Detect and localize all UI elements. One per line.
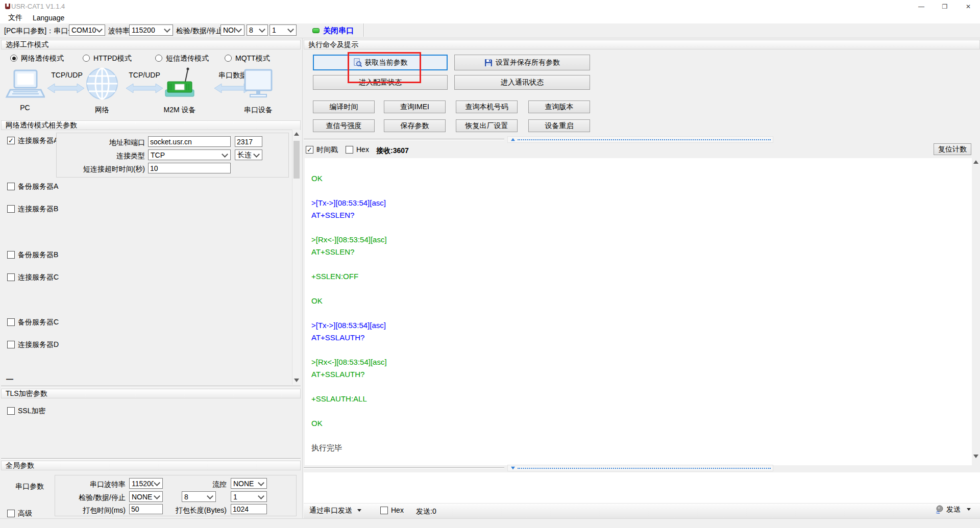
get-params-button[interactable]: 获取当前参数	[313, 55, 448, 70]
log-output[interactable]: OK >[Tx->][08:53:54][asc]AT+SSLEN? >[Rx<…	[305, 158, 972, 465]
scroll-down-icon[interactable]	[973, 455, 978, 458]
chevron-down-icon	[357, 509, 361, 512]
cmd-button-query-number[interactable]: 查询本机号码	[456, 100, 518, 113]
splitter-up-icon[interactable]	[511, 138, 515, 141]
com-port-select[interactable]: COM10	[69, 24, 105, 36]
exec-header: 执行命令及提示	[304, 40, 980, 49]
cmd-button-factory-reset[interactable]: 恢复出厂设置	[456, 119, 518, 132]
cb-advanced[interactable]: 高级	[7, 509, 32, 518]
radio-net-mode[interactable]: 网络透传模式	[10, 54, 64, 63]
scroll-down-icon[interactable]	[294, 379, 299, 382]
timeout-input[interactable]	[148, 163, 231, 173]
cb-connect-server-a[interactable]: 连接服务器A	[7, 136, 58, 145]
baud-label: 波特率	[108, 26, 130, 35]
enter-comm-button[interactable]: 进入通讯状态	[454, 75, 590, 90]
conn-type-select[interactable]: TCP	[148, 149, 231, 160]
flow-label: 流控	[199, 480, 227, 489]
chevron-down-icon	[967, 508, 971, 511]
minimize-button[interactable]: —	[910, 0, 933, 13]
cb-connect-server-c[interactable]: 连接服务器C	[7, 272, 59, 282]
databits-select[interactable]: 8	[247, 24, 268, 36]
cb-timestamp[interactable]: 时间戳	[306, 145, 338, 154]
close-port-button[interactable]: 关闭串口	[312, 24, 354, 37]
reset-counter-button[interactable]: 复位计数	[934, 143, 971, 155]
send-input-area[interactable]	[304, 472, 980, 503]
pc-icon	[5, 69, 45, 101]
cb-backup-server-a[interactable]: 备份服务器A	[7, 182, 58, 191]
maximize-button[interactable]: ❐	[933, 0, 957, 13]
addr-label: 地址和端口	[60, 138, 145, 147]
splitter-dots	[518, 468, 771, 469]
radio-httpd-mode[interactable]: HTTPD模式	[83, 54, 132, 63]
cb-recv-hex[interactable]: Hex	[346, 145, 369, 154]
net-params-header: 网络透传模式相关参数	[1, 120, 301, 130]
packlen-label: 打包长度(Bytes)	[168, 506, 227, 515]
log-line: AT+SSLAUTH?	[311, 332, 972, 344]
server-b-label: 连接服务器B	[18, 204, 58, 213]
recv-counter: 接收:3607	[376, 146, 409, 155]
log-line: >[Tx->][08:53:54][asc]	[311, 319, 972, 332]
g-databits-select[interactable]: 8	[182, 491, 216, 502]
send-bar	[304, 503, 980, 518]
splitter-down-icon[interactable]	[511, 467, 515, 470]
parity-select[interactable]: NONI	[220, 24, 244, 36]
cb-ssl[interactable]: SSL加密	[7, 406, 45, 415]
window-title: USR-CAT1 V1.1.4	[11, 3, 65, 10]
radio-mqtt-label: MQTT模式	[235, 54, 270, 63]
title-bar: USR-CAT1 V1.1.4 — ❐ ✕	[0, 0, 980, 12]
baud-select[interactable]: 115200	[129, 24, 173, 36]
scroll-up-icon[interactable]	[973, 160, 978, 164]
scroll-up-icon[interactable]	[294, 132, 299, 136]
cmd-button-compile-time[interactable]: 编译时间	[313, 100, 375, 113]
port-open-led-icon	[312, 28, 320, 33]
send-button[interactable]: 发送	[935, 505, 971, 514]
status-bar	[0, 518, 980, 528]
radio-mqtt-mode[interactable]: MQTT模式	[225, 54, 270, 63]
radio-net-label: 网络透传模式	[21, 54, 64, 63]
packlen-input[interactable]	[231, 504, 267, 514]
cb-connect-server-b[interactable]: 连接服务器B	[7, 204, 58, 213]
radio-sms-mode[interactable]: 短信透传模式	[155, 54, 209, 63]
stopbits-select[interactable]: 1	[270, 24, 297, 36]
cmd-button-signal[interactable]: 查信号强度	[313, 119, 375, 132]
top-splitter-strip[interactable]	[507, 136, 773, 143]
close-button[interactable]: ✕	[957, 0, 980, 13]
cmd-button-reboot[interactable]: 设备重启	[528, 119, 590, 132]
packtime-input[interactable]	[129, 504, 163, 514]
enter-config-button[interactable]: 进入配置状态	[313, 75, 448, 90]
ssl-label: SSL加密	[18, 406, 45, 415]
cmd-button-query-imei[interactable]: 查询IMEI	[384, 100, 446, 113]
menu-file[interactable]: 文件	[6, 13, 24, 23]
server-d-label: 连接服务器D	[18, 340, 59, 349]
cb-backup-server-c[interactable]: 备份服务器C	[7, 317, 59, 326]
databits-value: 8	[247, 26, 259, 34]
log-line	[311, 344, 972, 356]
left-panel-scrollbar[interactable]	[292, 130, 300, 385]
g-stopbits-select[interactable]: 1	[231, 491, 267, 502]
menu-language[interactable]: Language	[31, 13, 66, 22]
log-scrollbar[interactable]	[972, 158, 980, 465]
cmd-button-save-params[interactable]: 保存参数	[384, 119, 446, 132]
server-a-port-input[interactable]	[235, 136, 262, 147]
cmd-button-query-version[interactable]: 查询版本	[528, 100, 590, 113]
send-hex-label: Hex	[391, 506, 404, 515]
cb-send-hex[interactable]: Hex	[380, 506, 404, 515]
cb-connect-server-d[interactable]: 连接服务器D	[7, 340, 59, 349]
g-parity-select[interactable]: NONE	[129, 491, 163, 502]
log-line: >[Tx->][08:53:54][asc]	[311, 197, 972, 209]
log-line: >[Rx<-][08:53:54][asc]	[311, 356, 972, 368]
bottom-splitter-strip[interactable]	[507, 465, 773, 471]
cb-backup-server-b[interactable]: 备份服务器B	[7, 250, 58, 259]
diagram-link2-label: TCP/UDP	[126, 70, 163, 80]
flow-select[interactable]: NONE	[231, 478, 267, 489]
g-baud-select[interactable]: 115200	[129, 478, 163, 489]
keepalive-select[interactable]: 长连	[235, 149, 262, 160]
scrollbar-thumb[interactable]	[293, 141, 300, 179]
diagram-serial-label: 串口设备	[237, 105, 280, 114]
server-a-address-input[interactable]	[148, 136, 231, 147]
log-line: OK	[311, 417, 972, 430]
chevron-down-icon	[96, 26, 103, 33]
set-save-params-button[interactable]: 设置并保存所有参数	[454, 55, 590, 70]
parity-label: 检验/数据/停止	[176, 26, 223, 35]
send-via-dropdown[interactable]: 通过串口发送	[309, 506, 361, 515]
